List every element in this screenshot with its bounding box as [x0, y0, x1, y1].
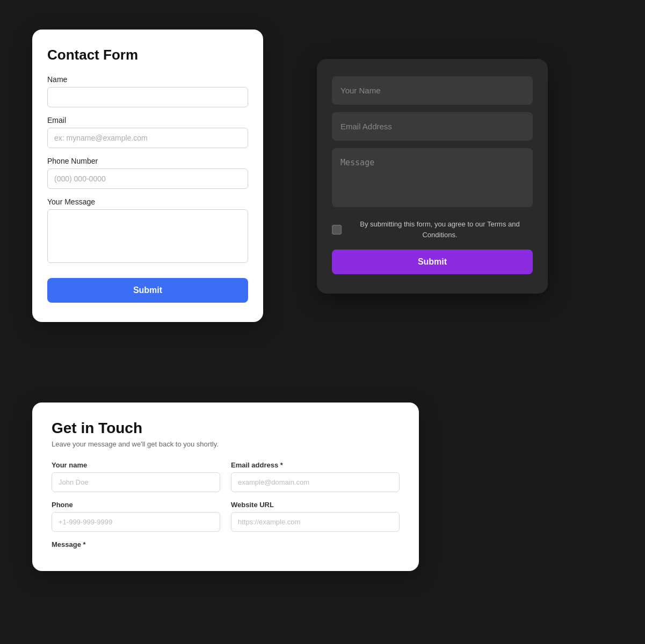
- phone-col-label: Phone: [52, 501, 220, 509]
- terms-checkbox[interactable]: [332, 225, 342, 235]
- email-label: Email: [47, 116, 248, 125]
- message-label: Your Message: [47, 197, 248, 206]
- website-input[interactable]: [231, 512, 400, 532]
- website-label: Website URL: [231, 501, 400, 509]
- name-group: Name: [47, 75, 248, 107]
- website-col: Website URL: [231, 501, 400, 532]
- phone-col-input[interactable]: [52, 512, 220, 532]
- terms-row: By submitting this form, you agree to ou…: [332, 219, 533, 240]
- contact-form-dark: By submitting this form, you agree to ou…: [317, 59, 548, 294]
- name-input[interactable]: [47, 87, 248, 107]
- phone-website-row: Phone Website URL: [52, 501, 400, 532]
- your-name-input[interactable]: [52, 472, 220, 492]
- card1-title: Contact Form: [47, 47, 248, 63]
- email-required-label: Email address *: [231, 461, 400, 469]
- get-in-touch-form: Get in Touch Leave your message and we'l…: [32, 402, 419, 571]
- dark-email-input[interactable]: [332, 112, 533, 141]
- message-textarea[interactable]: [47, 209, 248, 263]
- phone-input[interactable]: [47, 169, 248, 189]
- message-col-full: Message *: [52, 540, 400, 548]
- terms-text: By submitting this form, you agree to ou…: [347, 219, 533, 240]
- your-name-col: Your name: [52, 461, 220, 492]
- dark-name-input[interactable]: [332, 76, 533, 105]
- dark-message-textarea[interactable]: [332, 148, 533, 207]
- message-required-label: Message *: [52, 540, 400, 548]
- message-group: Your Message: [47, 197, 248, 265]
- card3-title: Get in Touch: [52, 420, 400, 437]
- phone-col: Phone: [52, 501, 220, 532]
- phone-group: Phone Number: [47, 157, 248, 189]
- name-email-row: Your name Email address *: [52, 461, 400, 492]
- submit-button-white[interactable]: Submit: [47, 278, 248, 303]
- email-input[interactable]: [47, 128, 248, 148]
- contact-form-white: Contact Form Name Email Phone Number You…: [32, 30, 263, 322]
- your-name-label: Your name: [52, 461, 220, 469]
- name-label: Name: [47, 75, 248, 84]
- email-required-input[interactable]: [231, 472, 400, 492]
- email-col: Email address *: [231, 461, 400, 492]
- phone-label: Phone Number: [47, 157, 248, 165]
- email-group: Email: [47, 116, 248, 148]
- card3-subtitle: Leave your message and we'll get back to…: [52, 440, 400, 448]
- submit-button-dark[interactable]: Submit: [332, 250, 533, 274]
